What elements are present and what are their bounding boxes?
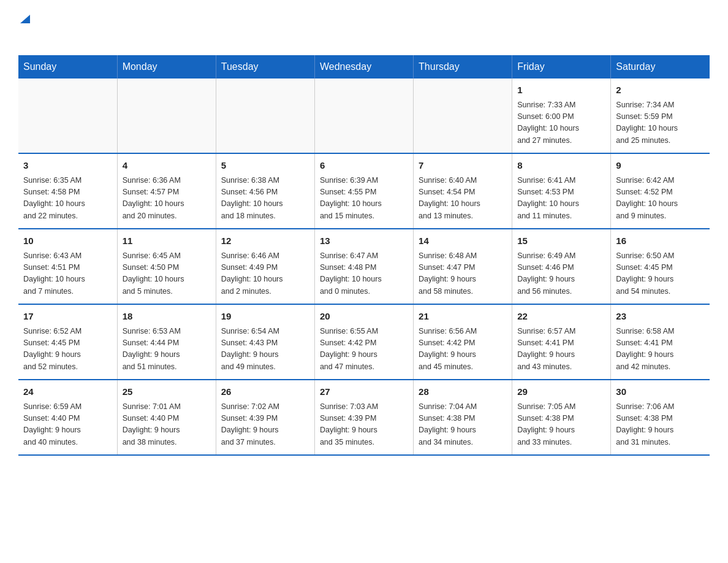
day-info: Sunrise: 6:46 AMSunset: 4:49 PMDaylight:… [221, 250, 309, 298]
day-info: Sunrise: 6:45 AMSunset: 4:50 PMDaylight:… [123, 250, 211, 298]
calendar-week-row: 17Sunrise: 6:52 AMSunset: 4:45 PMDayligh… [18, 304, 710, 380]
day-info: Sunrise: 7:34 AMSunset: 5:59 PMDaylight:… [616, 99, 705, 147]
day-info: Sunrise: 6:38 AMSunset: 4:56 PMDaylight:… [221, 175, 309, 223]
calendar-cell: 7Sunrise: 6:40 AMSunset: 4:54 PMDaylight… [414, 153, 512, 229]
calendar-cell: 12Sunrise: 6:46 AMSunset: 4:49 PMDayligh… [216, 229, 314, 304]
day-number: 19 [221, 310, 309, 324]
page-header [18, 12, 710, 49]
day-number: 28 [419, 385, 507, 399]
calendar-cell: 22Sunrise: 6:57 AMSunset: 4:41 PMDayligh… [512, 304, 611, 380]
logo [18, 12, 32, 49]
day-header-monday: Monday [117, 55, 216, 79]
day-number: 14 [419, 234, 507, 248]
day-info: Sunrise: 6:47 AMSunset: 4:48 PMDaylight:… [320, 250, 408, 298]
day-info: Sunrise: 7:06 AMSunset: 4:38 PMDaylight:… [616, 401, 705, 449]
day-info: Sunrise: 7:02 AMSunset: 4:39 PMDaylight:… [221, 401, 309, 449]
day-header-thursday: Thursday [414, 55, 512, 79]
day-info: Sunrise: 6:57 AMSunset: 4:41 PMDaylight:… [517, 326, 605, 373]
calendar-header-row: SundayMondayTuesdayWednesdayThursdayFrid… [18, 55, 710, 79]
day-header-friday: Friday [512, 55, 611, 79]
day-number: 22 [517, 310, 605, 324]
day-number: 21 [419, 310, 507, 324]
day-number: 30 [616, 385, 705, 399]
calendar-cell: 3Sunrise: 6:35 AMSunset: 4:58 PMDaylight… [18, 153, 117, 229]
day-header-wednesday: Wednesday [314, 55, 413, 79]
day-info: Sunrise: 6:54 AMSunset: 4:43 PMDaylight:… [221, 326, 309, 373]
day-number: 27 [320, 385, 408, 399]
calendar-cell: 17Sunrise: 6:52 AMSunset: 4:45 PMDayligh… [18, 304, 117, 380]
day-number: 25 [123, 385, 211, 399]
day-info: Sunrise: 6:52 AMSunset: 4:45 PMDaylight:… [23, 326, 112, 373]
day-number: 29 [517, 385, 605, 399]
day-number: 15 [517, 234, 605, 248]
calendar-cell: 11Sunrise: 6:45 AMSunset: 4:50 PMDayligh… [117, 229, 216, 304]
day-info: Sunrise: 6:39 AMSunset: 4:55 PMDaylight:… [320, 175, 408, 223]
calendar-cell [414, 79, 512, 153]
day-info: Sunrise: 6:48 AMSunset: 4:47 PMDaylight:… [419, 250, 507, 298]
calendar-cell [18, 79, 117, 153]
day-info: Sunrise: 7:04 AMSunset: 4:38 PMDaylight:… [419, 401, 507, 449]
day-number: 5 [221, 159, 309, 173]
calendar-cell [216, 79, 314, 153]
day-info: Sunrise: 7:05 AMSunset: 4:38 PMDaylight:… [517, 401, 605, 449]
day-info: Sunrise: 7:33 AMSunset: 6:00 PMDaylight:… [517, 99, 605, 147]
day-number: 6 [320, 159, 408, 173]
day-number: 11 [123, 234, 211, 248]
day-number: 20 [320, 310, 408, 324]
day-number: 9 [616, 159, 705, 173]
day-info: Sunrise: 6:36 AMSunset: 4:57 PMDaylight:… [123, 175, 211, 223]
day-info: Sunrise: 6:59 AMSunset: 4:40 PMDaylight:… [23, 401, 112, 449]
day-number: 24 [23, 385, 112, 399]
calendar-cell: 28Sunrise: 7:04 AMSunset: 4:38 PMDayligh… [414, 380, 512, 455]
day-info: Sunrise: 6:41 AMSunset: 4:53 PMDaylight:… [517, 175, 605, 223]
day-number: 7 [419, 159, 507, 173]
calendar-cell: 10Sunrise: 6:43 AMSunset: 4:51 PMDayligh… [18, 229, 117, 304]
day-number: 3 [23, 159, 112, 173]
calendar-cell: 6Sunrise: 6:39 AMSunset: 4:55 PMDaylight… [314, 153, 413, 229]
day-number: 1 [517, 83, 605, 98]
day-number: 26 [221, 385, 309, 399]
calendar-cell: 21Sunrise: 6:56 AMSunset: 4:42 PMDayligh… [414, 304, 512, 380]
calendar-cell: 24Sunrise: 6:59 AMSunset: 4:40 PMDayligh… [18, 380, 117, 455]
calendar-week-row: 1Sunrise: 7:33 AMSunset: 6:00 PMDaylight… [18, 79, 710, 153]
calendar-cell: 14Sunrise: 6:48 AMSunset: 4:47 PMDayligh… [414, 229, 512, 304]
calendar-cell: 27Sunrise: 7:03 AMSunset: 4:39 PMDayligh… [314, 380, 413, 455]
logo-triangle-icon [18, 12, 32, 28]
calendar-week-row: 10Sunrise: 6:43 AMSunset: 4:51 PMDayligh… [18, 229, 710, 304]
day-header-tuesday: Tuesday [216, 55, 314, 79]
day-info: Sunrise: 6:49 AMSunset: 4:46 PMDaylight:… [517, 250, 605, 298]
calendar-cell: 29Sunrise: 7:05 AMSunset: 4:38 PMDayligh… [512, 380, 611, 455]
day-number: 2 [616, 83, 705, 98]
calendar-cell: 20Sunrise: 6:55 AMSunset: 4:42 PMDayligh… [314, 304, 413, 380]
calendar-cell: 18Sunrise: 6:53 AMSunset: 4:44 PMDayligh… [117, 304, 216, 380]
calendar-cell [117, 79, 216, 153]
calendar-cell: 13Sunrise: 6:47 AMSunset: 4:48 PMDayligh… [314, 229, 413, 304]
calendar-cell: 9Sunrise: 6:42 AMSunset: 4:52 PMDaylight… [611, 153, 710, 229]
calendar-cell: 4Sunrise: 6:36 AMSunset: 4:57 PMDaylight… [117, 153, 216, 229]
calendar-cell: 15Sunrise: 6:49 AMSunset: 4:46 PMDayligh… [512, 229, 611, 304]
calendar-cell: 5Sunrise: 6:38 AMSunset: 4:56 PMDaylight… [216, 153, 314, 229]
day-header-saturday: Saturday [611, 55, 710, 79]
day-info: Sunrise: 6:53 AMSunset: 4:44 PMDaylight:… [123, 326, 211, 373]
day-number: 23 [616, 310, 705, 324]
day-info: Sunrise: 6:56 AMSunset: 4:42 PMDaylight:… [419, 326, 507, 373]
day-number: 18 [123, 310, 211, 324]
day-info: Sunrise: 6:42 AMSunset: 4:52 PMDaylight:… [616, 175, 705, 223]
day-number: 16 [616, 234, 705, 248]
svg-marker-0 [20, 15, 30, 23]
day-info: Sunrise: 6:35 AMSunset: 4:58 PMDaylight:… [23, 175, 112, 223]
calendar-table: SundayMondayTuesdayWednesdayThursdayFrid… [18, 55, 710, 456]
calendar-week-row: 24Sunrise: 6:59 AMSunset: 4:40 PMDayligh… [18, 380, 710, 455]
calendar-cell: 30Sunrise: 7:06 AMSunset: 4:38 PMDayligh… [611, 380, 710, 455]
day-info: Sunrise: 6:55 AMSunset: 4:42 PMDaylight:… [320, 326, 408, 373]
calendar-cell: 25Sunrise: 7:01 AMSunset: 4:40 PMDayligh… [117, 380, 216, 455]
day-info: Sunrise: 6:58 AMSunset: 4:41 PMDaylight:… [616, 326, 705, 373]
day-number: 17 [23, 310, 112, 324]
day-number: 12 [221, 234, 309, 248]
day-info: Sunrise: 6:40 AMSunset: 4:54 PMDaylight:… [419, 175, 507, 223]
calendar-cell: 26Sunrise: 7:02 AMSunset: 4:39 PMDayligh… [216, 380, 314, 455]
calendar-cell: 23Sunrise: 6:58 AMSunset: 4:41 PMDayligh… [611, 304, 710, 380]
calendar-cell: 19Sunrise: 6:54 AMSunset: 4:43 PMDayligh… [216, 304, 314, 380]
day-info: Sunrise: 7:03 AMSunset: 4:39 PMDaylight:… [320, 401, 408, 449]
calendar-cell: 8Sunrise: 6:41 AMSunset: 4:53 PMDaylight… [512, 153, 611, 229]
